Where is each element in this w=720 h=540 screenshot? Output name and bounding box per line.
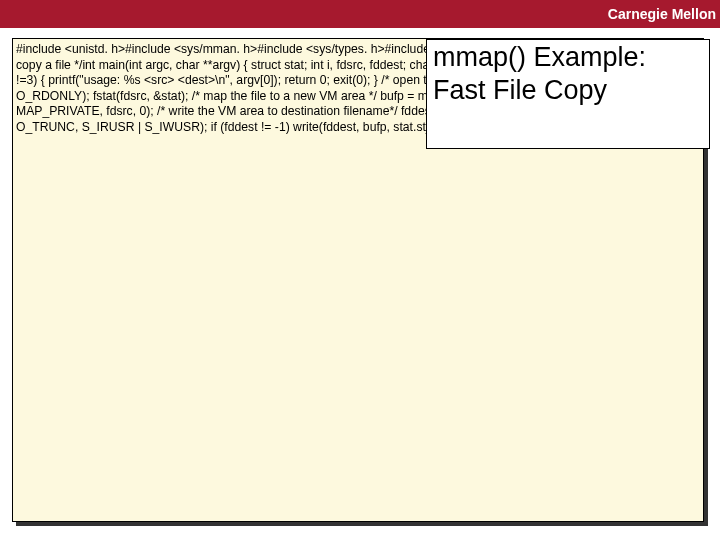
header-bar: Carnegie Mellon <box>0 0 720 28</box>
slide-title: mmap() Example: Fast File Copy <box>426 39 710 149</box>
brand-label: Carnegie Mellon <box>608 6 716 22</box>
slide-area: #include <unistd. h>#include <sys/mman. … <box>0 28 720 540</box>
